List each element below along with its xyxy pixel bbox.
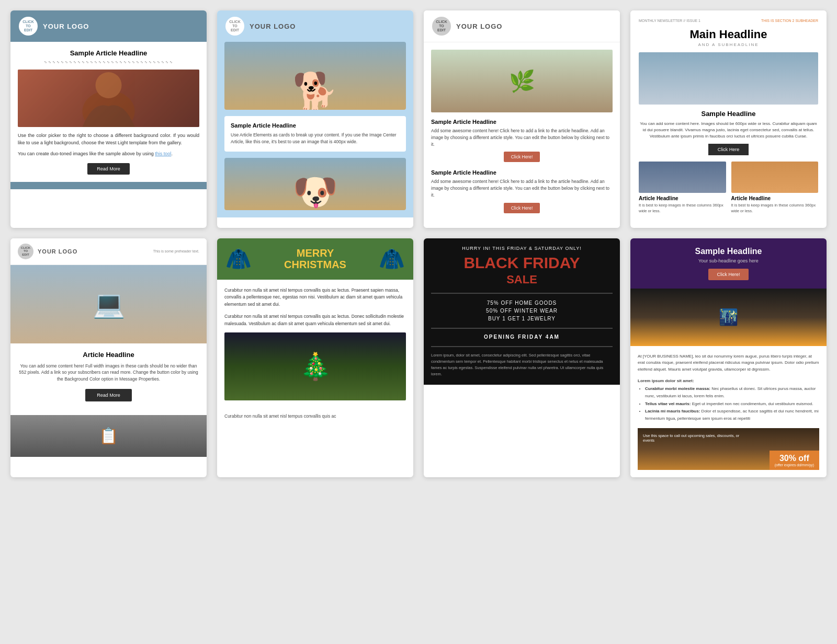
card1-image-svg	[18, 70, 199, 127]
card6-footer-text: Curabitur non nulla sit amet nisl tempus…	[217, 408, 413, 426]
card8-footer-cta-text: Use this space to call out upcoming sale…	[643, 433, 752, 443]
card2-header: CLICKTOEDIT YOUR LOGO	[217, 10, 413, 42]
card4-body-text: You can add some content here. Images sh…	[639, 121, 818, 140]
card4-tag: THIS IS SECTION 2 SUBHEADER	[761, 19, 818, 25]
card2-dog1-image: 🐕	[224, 42, 406, 110]
card8-list-item3-label: Lacinia mi mauris faucibus:	[645, 409, 700, 413]
card2-article-title: Sample Article Headline	[231, 122, 400, 129]
card3-hero-image: 🌿	[431, 50, 613, 112]
card-3-plant-article: CLICKTOEDIT YOUR LOGO 🌿 Sample Article H…	[424, 10, 620, 228]
card7-sale-title: BLACK FRIDAY	[431, 255, 613, 271]
card6-christmas-headline: MERRYCHRISTMAS	[284, 247, 346, 270]
svg-point-1	[96, 72, 122, 98]
card3-section1-button[interactable]: Click Here!	[504, 152, 540, 162]
card1-read-more-button[interactable]: Read More	[87, 163, 130, 175]
card5-footer-image: 📋	[10, 415, 207, 457]
card2-article-text: Use Article Elements as cards to break u…	[231, 132, 400, 145]
card3-section1-title: Sample Article Headline	[431, 119, 613, 125]
card6-top-row: 🧥 MERRYCHRISTMAS 🧥	[225, 247, 405, 271]
card8-subheadline: Your sub-headline goes here	[639, 258, 818, 263]
card7-deal3: BUY 1 GET 1 JEWELRY	[431, 316, 613, 321]
card5-header: CLICKTOEDIT YOUR LOGO This is some prehe…	[10, 238, 207, 265]
card4-hero-image	[639, 52, 818, 105]
card1-btn-wrap: Read More	[18, 163, 199, 175]
card2-logo-circle: CLICKTOEDIT	[225, 17, 244, 36]
card2-body: 🐕 Sample Article Headline Use Article El…	[217, 42, 413, 217]
card2-article-box: Sample Article Headline Use Article Elem…	[224, 116, 406, 152]
card7-deal2: 50% OFF WINTER WEAR	[431, 308, 613, 314]
card-4-newsletter: MONTHLY NEWSLETTER // ISSUE 1 THIS IS SE…	[630, 10, 827, 228]
card8-list-item2-label: Tellus vitae vel mauris:	[645, 401, 691, 406]
card4-col2: Article Headline It is best to keep imag…	[731, 162, 819, 214]
card1-header: CLICKTOEDIT YOUR LOGO	[10, 10, 207, 42]
card5-read-more-button[interactable]: Read More	[85, 389, 132, 401]
card8-list-item1-label: Curabitur morbi molestie massa:	[645, 386, 710, 391]
card4-subheadline: AND A SUBHEADLINE	[639, 42, 818, 47]
card7-body-text: Lorem ipsum, dolor sit amet, consectetur…	[431, 352, 613, 377]
card7-deal1: 75% OFF HOME GOODS	[431, 300, 613, 306]
card7-divider3	[431, 346, 613, 347]
card-6-christmas: 🧥 MERRYCHRISTMAS 🧥 Curabitur non nulla s…	[217, 238, 413, 477]
card5-logo-circle: CLICKTOEDIT	[18, 244, 33, 259]
card1-tool-link[interactable]: this tool	[155, 151, 171, 156]
card4-btn-wrap: Click Here	[639, 144, 818, 155]
card4-col2-text: It is best to keep images in these colum…	[731, 203, 819, 214]
card-1-dark-article: CLICKTOEDIT YOUR LOGO Sample Article Hea…	[10, 10, 207, 228]
card-7-black-friday: HURRY IN! THIS FRIDAY & SATURDAY ONLY! B…	[424, 238, 620, 477]
card6-body: Curabitur non nulla sit amet nisl tempus…	[217, 280, 413, 408]
card5-logo-text: YOUR LOGO	[38, 248, 77, 255]
card6-sweater-right: 🧥	[379, 247, 405, 271]
card5-btn-wrap: Read More	[18, 389, 199, 401]
card1-hero-image	[18, 70, 199, 127]
card8-list-header: Lorem ipsum dolor sit amet:	[638, 378, 819, 383]
card3-section1-text: Add some awesome content here! Click her…	[431, 128, 613, 147]
card4-button[interactable]: Click Here	[708, 144, 749, 155]
card4-sample-headline: Sample Headline	[639, 110, 818, 118]
card8-list-item1: Curabitur morbi molestie massa: Nec phas…	[645, 385, 819, 400]
card8-list-item3: Lacinia mi mauris faucibus: Dolor et sus…	[645, 408, 819, 423]
card-2-blue-dogs: CLICKTOEDIT YOUR LOGO 🐕 Sample Article H…	[217, 10, 413, 228]
card1-footer	[10, 182, 207, 189]
card-5-laptop: CLICKTOEDIT YOUR LOGO This is some prehe…	[10, 238, 207, 477]
card8-discount-badge: 30% off (offer expires dd/mm/yy)	[770, 451, 819, 470]
card3-section2: Sample Article Headline Add some awesome…	[431, 169, 613, 213]
card1-article-title: Sample Article Headline	[18, 49, 199, 57]
card4-col2-title: Article Headline	[731, 196, 819, 201]
card6-text2: Curabitur non nulla sit amet nisl tempus…	[224, 313, 406, 327]
card3-logo-text: YOUR LOGO	[456, 22, 502, 30]
card4-top-bar: MONTHLY NEWSLETTER // ISSUE 1 THIS IS SE…	[639, 19, 818, 25]
card1-logo-circle: CLICKTOEDIT	[19, 17, 38, 36]
card7-deals-section: 75% OFF HOME GOODS 50% OFF WINTER WEAR B…	[431, 300, 613, 321]
card8-body-text: At [YOUR BUSINESS NAME], leo sit dui non…	[638, 353, 819, 373]
card2-logo-text: YOUR LOGO	[250, 22, 296, 30]
card4-body: MONTHLY NEWSLETTER // ISSUE 1 THIS IS SE…	[630, 10, 827, 222]
card8-list: Curabitur morbi molestie massa: Nec phas…	[645, 385, 819, 423]
template-grid: CLICKTOEDIT YOUR LOGO Sample Article Hea…	[10, 10, 827, 477]
card6-header: 🧥 MERRYCHRISTMAS 🧥	[217, 238, 413, 280]
card4-preheader-left: MONTHLY NEWSLETTER // ISSUE 1	[639, 19, 700, 22]
card6-text1: Curabitur non nulla sit amet nisl tempus…	[224, 287, 406, 308]
card6-tree-image: 🎄	[224, 332, 406, 400]
card5-preheader: This is some preheader text.	[153, 249, 199, 253]
card7-divider2	[431, 328, 613, 329]
card8-list-item2: Tellus vitae vel mauris: Eget ut imperdi…	[645, 400, 819, 408]
card1-body-text: Use the color picker to the right to cho…	[18, 132, 199, 146]
card5-article-text: You can add some content here! Full widt…	[18, 363, 199, 383]
card3-section1: Sample Article Headline Add some awesome…	[431, 119, 613, 162]
card7-body: HURRY IN! THIS FRIDAY & SATURDAY ONLY! B…	[424, 238, 620, 385]
card7-urgency-text: HURRY IN! THIS FRIDAY & SATURDAY ONLY!	[431, 246, 613, 251]
card3-section2-button[interactable]: Click Here!	[504, 203, 540, 213]
card2-dog2-image: 🐶	[224, 158, 406, 210]
card3-section2-text: Add some awesome content here! Click her…	[431, 178, 613, 198]
card3-header: CLICKTOEDIT YOUR LOGO	[424, 10, 620, 42]
card4-main-headline: Main Headline	[639, 28, 818, 41]
card8-header-button[interactable]: Click Here!	[708, 269, 748, 280]
card8-footer-image: Use this space to call out upcoming sale…	[638, 428, 819, 470]
card2-dog2-emoji: 🐶	[292, 174, 338, 210]
card-8-purple-sale: Sample Headline Your sub-headline goes h…	[630, 238, 827, 477]
card8-header: Sample Headline Your sub-headline goes h…	[630, 238, 827, 289]
card5-body: Article Headline You can add some conten…	[10, 343, 207, 415]
card4-col1-title: Article Headline	[639, 196, 726, 201]
card6-sweater-left: 🧥	[225, 247, 252, 271]
card8-discount-sub: (offer expires dd/mm/yy)	[775, 463, 814, 467]
